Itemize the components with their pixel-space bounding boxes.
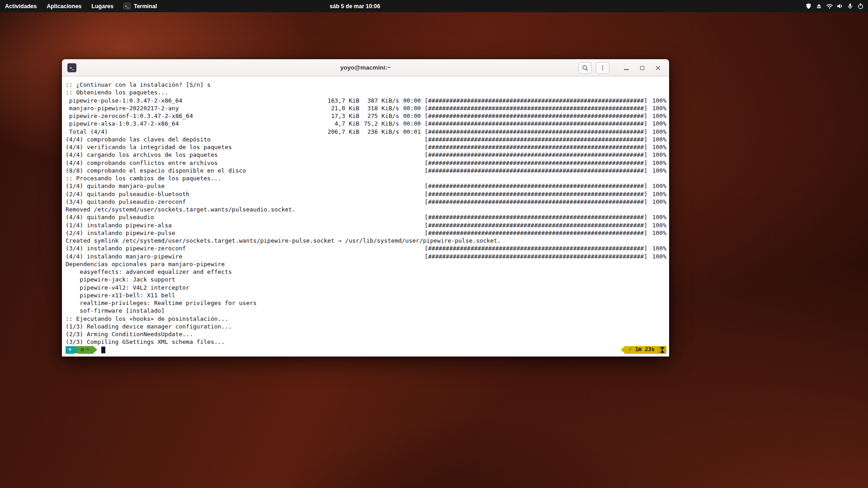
prompt-status-segment: ✓ 1m 23s xyxy=(625,346,658,354)
shell-prompt: » ⌂ ~ ✓ 1m 23s xyxy=(66,346,666,354)
terminal-line: (4/4) comprobando conflictos entre archi… xyxy=(66,159,666,167)
terminal-line: easyeffects: advanced equalizer and effe… xyxy=(66,268,666,276)
focused-app-label: Terminal xyxy=(134,3,157,9)
clock-button[interactable]: sáb 5 de mar 10:06 xyxy=(330,0,380,12)
terminal-line: manjaro-pipewire-20220217-2-any21,0 KiB3… xyxy=(66,104,666,112)
hourglass-icon xyxy=(658,346,666,354)
terminal-output: :: ¿Continuar con la instalación? [S/n] … xyxy=(66,81,666,346)
microphone-icon[interactable] xyxy=(846,2,854,10)
terminal-line: sof-firmware [instalado] xyxy=(66,307,666,314)
menu-button[interactable] xyxy=(596,62,609,74)
terminal-line: :: ¿Continuar con la instalación? [S/n] … xyxy=(66,81,666,89)
menu-kebab-icon xyxy=(599,64,606,71)
terminal-line: :: Procesando los cambios de los paquete… xyxy=(66,174,666,182)
terminal-body[interactable]: :: ¿Continuar con la instalación? [S/n] … xyxy=(62,76,669,357)
terminal-line: (1/4) quitando manjaro-pulse[###########… xyxy=(66,182,666,190)
prompt-cwd-segment: ⌂ ~ xyxy=(78,346,93,354)
close-icon xyxy=(655,65,661,71)
terminal-line: (2/4) instalando pipewire-pulse[########… xyxy=(66,229,666,237)
terminal-line: (2/4) quitando pulseaudio-bluetooth[####… xyxy=(66,190,666,198)
terminal-icon: >_ xyxy=(123,3,131,9)
system-tray[interactable] xyxy=(805,0,864,12)
terminal-line: Created symlink /etc/systemd/user/socket… xyxy=(66,237,666,244)
terminal-line: realtime-privileges: Realtime privileges… xyxy=(66,299,666,307)
volume-icon[interactable] xyxy=(836,2,844,10)
minimize-icon xyxy=(624,69,629,70)
terminal-line: pipewire-jack: Jack support xyxy=(66,276,666,283)
activities-button[interactable]: Actividades xyxy=(0,0,42,12)
home-icon: ⌂ xyxy=(80,346,84,353)
close-button[interactable] xyxy=(652,62,664,74)
search-icon xyxy=(582,65,589,71)
powerline-arrow-icon xyxy=(74,346,78,353)
cwd-label: ~ xyxy=(86,346,89,353)
top-bar: Actividades Aplicaciones Lugares >_ Term… xyxy=(0,0,868,12)
terminal-line: :: Obteniendo los paquetes... xyxy=(66,89,666,96)
places-menu[interactable]: Lugares xyxy=(86,0,118,12)
terminal-line: (1/3) Reloading device manager configura… xyxy=(66,323,666,330)
clock-label: sáb 5 de mar 10:06 xyxy=(330,3,380,9)
powerline-arrow-icon xyxy=(93,346,97,353)
maximize-icon xyxy=(640,66,644,70)
headerbar-controls xyxy=(578,59,664,76)
headerbar[interactable]: >_ yoyo@macmini:~ xyxy=(62,59,669,76)
window-title: yoyo@macmini:~ xyxy=(340,64,391,71)
applications-menu[interactable]: Aplicaciones xyxy=(42,0,86,12)
terminal-line: pipewire-alsa-1:0.3.47-2-x86_644,7 KiB75… xyxy=(66,120,666,127)
terminal-line: (2/3) Arming ConditionNeedsUpdate... xyxy=(66,330,666,338)
prompt-shell-segment: » xyxy=(66,346,74,354)
terminal-line: (3/4) quitando pulseaudio-zeroconf[#####… xyxy=(66,198,666,206)
terminal-line: (3/3) Compiling GSettings XML schema fil… xyxy=(66,338,666,346)
places-label: Lugares xyxy=(91,3,113,9)
prompt-spacer xyxy=(105,346,621,354)
terminal-line: Removed /etc/systemd/user/sockets.target… xyxy=(66,206,666,213)
terminal-line: (4/4) instalando manjaro-pipewire[######… xyxy=(66,253,666,260)
applications-label: Aplicaciones xyxy=(47,3,81,9)
eject-icon[interactable] xyxy=(815,2,823,10)
terminal-line: (3/4) instalando pipewire-zeroconf[#####… xyxy=(66,244,666,252)
terminal-line: (1/4) instalando pipewire-alsa[#########… xyxy=(66,221,666,229)
terminal-line: :: Ejecutando los «hooks» de posinstalac… xyxy=(66,315,666,323)
power-icon[interactable] xyxy=(857,2,864,10)
terminal-line: pipewire-pulse-1:0.3.47-2-x86_64163,7 Ki… xyxy=(66,97,666,104)
prompt-shell-glyph: » xyxy=(68,346,71,353)
terminal-window: >_ yoyo@macmini:~ :: ¿Continuar con la i… xyxy=(61,59,670,357)
terminal-line: (4/4) verificando la integridad de los p… xyxy=(66,143,666,151)
command-duration: 1m 23s xyxy=(635,346,655,353)
terminal-line: pipewire-v4l2: V4L2 interceptor xyxy=(66,284,666,291)
maximize-button[interactable] xyxy=(636,62,648,74)
powerline-arrow-left-icon xyxy=(621,346,625,353)
terminal-line: pipewire-x11-bell: X11 bell xyxy=(66,291,666,299)
terminal-line: (8/8) comprobando el espacio disponible … xyxy=(66,167,666,174)
terminal-cursor xyxy=(101,347,105,353)
activities-label: Actividades xyxy=(5,3,37,9)
terminal-line: pipewire-zeroconf-1:0.3.47-2-x86_6417,3 … xyxy=(66,112,666,120)
check-icon: ✓ xyxy=(628,346,632,353)
focused-app-menu[interactable]: >_ Terminal xyxy=(118,0,162,12)
terminal-line: Dependencias opcionales para manjaro-pip… xyxy=(66,260,666,268)
terminal-line: (4/4) cargando los archivos de los paque… xyxy=(66,151,666,159)
terminal-app-icon: >_ xyxy=(67,63,76,72)
terminal-line: Total (4/4)206,7 KiB236 KiB/s00:01[#####… xyxy=(66,128,666,136)
shield-icon[interactable] xyxy=(805,2,812,10)
wifi-icon[interactable] xyxy=(826,2,833,10)
search-button[interactable] xyxy=(578,62,592,74)
terminal-line: (4/4) quitando pulseaudio[##############… xyxy=(66,213,666,221)
minimize-button[interactable] xyxy=(620,62,632,74)
terminal-line: (4/4) comprobando las claves del depósit… xyxy=(66,136,666,143)
